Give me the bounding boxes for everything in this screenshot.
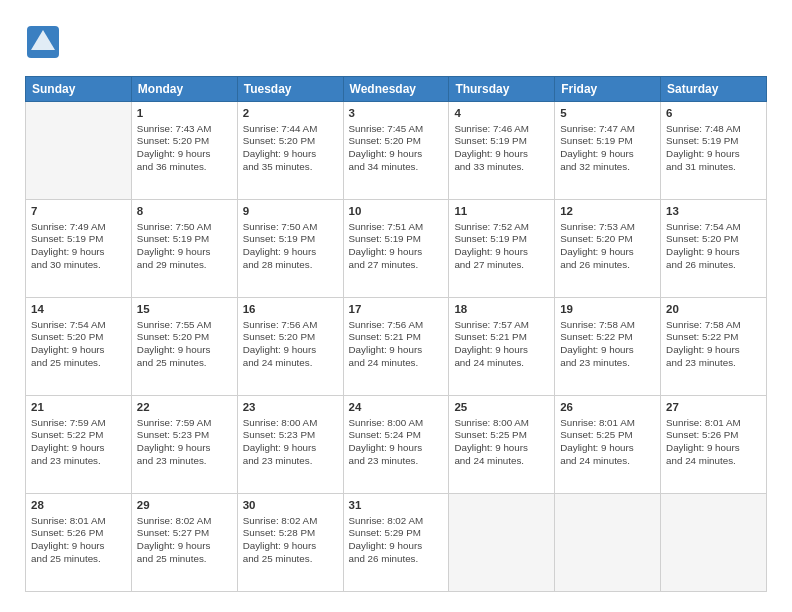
calendar-table: SundayMondayTuesdayWednesdayThursdayFrid… [25,76,767,592]
day-info: Sunrise: 8:00 AMSunset: 5:24 PMDaylight:… [349,417,444,468]
calendar-cell: 21Sunrise: 7:59 AMSunset: 5:22 PMDayligh… [26,396,132,494]
calendar-cell: 29Sunrise: 8:02 AMSunset: 5:27 PMDayligh… [131,494,237,592]
day-info: Sunrise: 7:56 AMSunset: 5:21 PMDaylight:… [349,319,444,370]
day-number: 16 [243,302,338,318]
day-number: 8 [137,204,232,220]
calendar-cell: 9Sunrise: 7:50 AMSunset: 5:19 PMDaylight… [237,200,343,298]
weekday-header-row: SundayMondayTuesdayWednesdayThursdayFrid… [26,77,767,102]
day-number: 31 [349,498,444,514]
calendar-week-row: 7Sunrise: 7:49 AMSunset: 5:19 PMDaylight… [26,200,767,298]
day-info: Sunrise: 7:54 AMSunset: 5:20 PMDaylight:… [31,319,126,370]
day-info: Sunrise: 8:01 AMSunset: 5:25 PMDaylight:… [560,417,655,468]
day-number: 13 [666,204,761,220]
calendar-cell: 22Sunrise: 7:59 AMSunset: 5:23 PMDayligh… [131,396,237,494]
calendar-cell [26,102,132,200]
weekday-header-friday: Friday [555,77,661,102]
calendar-cell: 11Sunrise: 7:52 AMSunset: 5:19 PMDayligh… [449,200,555,298]
calendar-cell: 18Sunrise: 7:57 AMSunset: 5:21 PMDayligh… [449,298,555,396]
day-number: 19 [560,302,655,318]
day-info: Sunrise: 7:49 AMSunset: 5:19 PMDaylight:… [31,221,126,272]
day-info: Sunrise: 8:00 AMSunset: 5:25 PMDaylight:… [454,417,549,468]
day-number: 17 [349,302,444,318]
day-number: 9 [243,204,338,220]
weekday-header-sunday: Sunday [26,77,132,102]
calendar-cell: 16Sunrise: 7:56 AMSunset: 5:20 PMDayligh… [237,298,343,396]
calendar-cell: 8Sunrise: 7:50 AMSunset: 5:19 PMDaylight… [131,200,237,298]
calendar-cell [661,494,767,592]
day-info: Sunrise: 7:53 AMSunset: 5:20 PMDaylight:… [560,221,655,272]
day-info: Sunrise: 7:58 AMSunset: 5:22 PMDaylight:… [560,319,655,370]
day-info: Sunrise: 7:50 AMSunset: 5:19 PMDaylight:… [243,221,338,272]
calendar-cell: 7Sunrise: 7:49 AMSunset: 5:19 PMDaylight… [26,200,132,298]
day-info: Sunrise: 7:52 AMSunset: 5:19 PMDaylight:… [454,221,549,272]
calendar-cell: 27Sunrise: 8:01 AMSunset: 5:26 PMDayligh… [661,396,767,494]
calendar-cell: 12Sunrise: 7:53 AMSunset: 5:20 PMDayligh… [555,200,661,298]
calendar-cell: 31Sunrise: 8:02 AMSunset: 5:29 PMDayligh… [343,494,449,592]
calendar-cell: 2Sunrise: 7:44 AMSunset: 5:20 PMDaylight… [237,102,343,200]
calendar-cell: 3Sunrise: 7:45 AMSunset: 5:20 PMDaylight… [343,102,449,200]
day-info: Sunrise: 7:59 AMSunset: 5:22 PMDaylight:… [31,417,126,468]
day-number: 25 [454,400,549,416]
day-number: 14 [31,302,126,318]
calendar-cell: 28Sunrise: 8:01 AMSunset: 5:26 PMDayligh… [26,494,132,592]
day-number: 15 [137,302,232,318]
day-number: 29 [137,498,232,514]
day-number: 26 [560,400,655,416]
page: SundayMondayTuesdayWednesdayThursdayFrid… [0,0,792,612]
calendar-cell: 24Sunrise: 8:00 AMSunset: 5:24 PMDayligh… [343,396,449,494]
day-info: Sunrise: 7:56 AMSunset: 5:20 PMDaylight:… [243,319,338,370]
calendar-cell: 14Sunrise: 7:54 AMSunset: 5:20 PMDayligh… [26,298,132,396]
calendar-cell: 13Sunrise: 7:54 AMSunset: 5:20 PMDayligh… [661,200,767,298]
calendar-cell: 6Sunrise: 7:48 AMSunset: 5:19 PMDaylight… [661,102,767,200]
day-info: Sunrise: 7:43 AMSunset: 5:20 PMDaylight:… [137,123,232,174]
calendar-cell: 23Sunrise: 8:00 AMSunset: 5:23 PMDayligh… [237,396,343,494]
weekday-header-thursday: Thursday [449,77,555,102]
day-info: Sunrise: 7:45 AMSunset: 5:20 PMDaylight:… [349,123,444,174]
day-info: Sunrise: 8:01 AMSunset: 5:26 PMDaylight:… [666,417,761,468]
day-info: Sunrise: 8:02 AMSunset: 5:29 PMDaylight:… [349,515,444,566]
day-number: 4 [454,106,549,122]
day-info: Sunrise: 8:01 AMSunset: 5:26 PMDaylight:… [31,515,126,566]
header [25,20,767,64]
calendar-cell: 20Sunrise: 7:58 AMSunset: 5:22 PMDayligh… [661,298,767,396]
day-info: Sunrise: 8:00 AMSunset: 5:23 PMDaylight:… [243,417,338,468]
day-number: 24 [349,400,444,416]
day-number: 18 [454,302,549,318]
day-info: Sunrise: 7:48 AMSunset: 5:19 PMDaylight:… [666,123,761,174]
calendar-cell: 4Sunrise: 7:46 AMSunset: 5:19 PMDaylight… [449,102,555,200]
day-number: 21 [31,400,126,416]
weekday-header-saturday: Saturday [661,77,767,102]
logo [25,24,65,64]
calendar-cell: 26Sunrise: 8:01 AMSunset: 5:25 PMDayligh… [555,396,661,494]
day-info: Sunrise: 7:58 AMSunset: 5:22 PMDaylight:… [666,319,761,370]
calendar-week-row: 28Sunrise: 8:01 AMSunset: 5:26 PMDayligh… [26,494,767,592]
calendar-cell: 30Sunrise: 8:02 AMSunset: 5:28 PMDayligh… [237,494,343,592]
calendar-week-row: 14Sunrise: 7:54 AMSunset: 5:20 PMDayligh… [26,298,767,396]
day-info: Sunrise: 7:44 AMSunset: 5:20 PMDaylight:… [243,123,338,174]
day-info: Sunrise: 7:59 AMSunset: 5:23 PMDaylight:… [137,417,232,468]
day-number: 27 [666,400,761,416]
day-info: Sunrise: 8:02 AMSunset: 5:27 PMDaylight:… [137,515,232,566]
day-info: Sunrise: 7:50 AMSunset: 5:19 PMDaylight:… [137,221,232,272]
day-info: Sunrise: 7:55 AMSunset: 5:20 PMDaylight:… [137,319,232,370]
day-number: 2 [243,106,338,122]
day-number: 30 [243,498,338,514]
day-number: 22 [137,400,232,416]
calendar-week-row: 21Sunrise: 7:59 AMSunset: 5:22 PMDayligh… [26,396,767,494]
calendar-cell [555,494,661,592]
day-info: Sunrise: 7:51 AMSunset: 5:19 PMDaylight:… [349,221,444,272]
day-info: Sunrise: 7:54 AMSunset: 5:20 PMDaylight:… [666,221,761,272]
calendar-cell: 19Sunrise: 7:58 AMSunset: 5:22 PMDayligh… [555,298,661,396]
day-number: 5 [560,106,655,122]
day-info: Sunrise: 7:57 AMSunset: 5:21 PMDaylight:… [454,319,549,370]
calendar-cell: 15Sunrise: 7:55 AMSunset: 5:20 PMDayligh… [131,298,237,396]
day-info: Sunrise: 7:46 AMSunset: 5:19 PMDaylight:… [454,123,549,174]
day-info: Sunrise: 7:47 AMSunset: 5:19 PMDaylight:… [560,123,655,174]
day-number: 10 [349,204,444,220]
calendar-cell: 25Sunrise: 8:00 AMSunset: 5:25 PMDayligh… [449,396,555,494]
calendar-cell: 5Sunrise: 7:47 AMSunset: 5:19 PMDaylight… [555,102,661,200]
day-number: 20 [666,302,761,318]
calendar-cell [449,494,555,592]
day-number: 6 [666,106,761,122]
logo-icon [25,24,61,60]
